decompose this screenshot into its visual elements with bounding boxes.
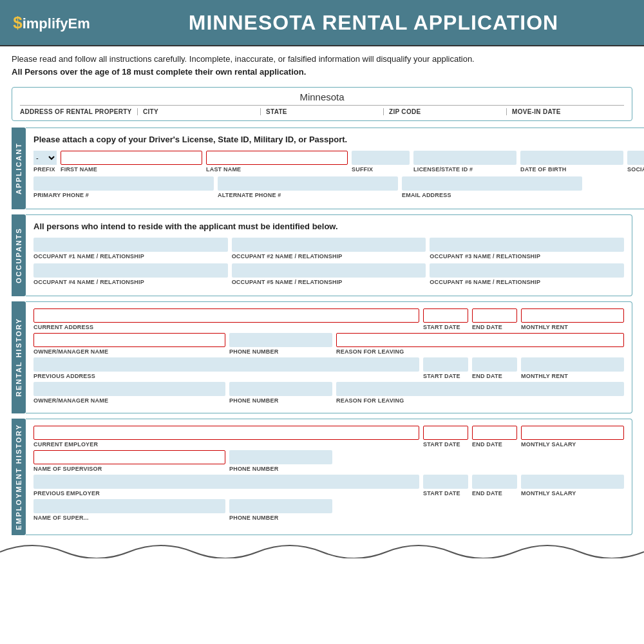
license-group: LICENSE/STATE ID # [413,151,516,173]
curr-reason-input[interactable] [336,333,624,347]
logo: $implifyEm [13,13,90,33]
rental-history-section: RENTAL HISTORY CURRENT ADDRESS START DAT… [12,301,632,413]
prev-emp-end-group: END DATE [472,475,517,497]
curr-rent-input[interactable] [521,308,624,323]
intro-text: Please read and follow all instructions … [0,46,644,82]
last-name-input[interactable] [206,151,348,165]
supervisor-group: NAME OF SUPERVISOR [33,450,225,472]
applicant-row2: PRIMARY PHONE # ALTERNATE PHONE # EMAIL … [33,176,644,198]
emp-start-input[interactable] [423,426,468,440]
license-input[interactable] [413,151,516,165]
prev-emp-end-label: END DATE [472,490,517,497]
occupants-section: OCCUPANTS All persons who intend to resi… [12,214,632,296]
property-fields-row: ADDRESS OF RENTAL PROPERTY CITY STATE ZI… [20,105,624,115]
prev-emp-phone-input[interactable] [229,499,332,513]
prev-phone-group: PHONE NUMBER [229,382,332,404]
curr-rent-group: MONTHLY RENT [521,308,624,330]
prev-emp-phone-group: PHONE NUMBER [229,499,332,521]
curr-start-input[interactable] [423,308,468,323]
prev-emp-end-input[interactable] [472,475,517,489]
prev-emp-input[interactable] [33,475,419,489]
prev-end-label: END DATE [472,373,517,379]
rh-row1: CURRENT ADDRESS START DATE END DATE MONT… [33,308,624,330]
applicant-section: APPLICANT Please attach a copy of your D… [12,128,632,209]
supervisor-input[interactable] [33,450,225,464]
emp-phone-input[interactable] [229,450,332,464]
eh-row1: CURRENT EMPLOYER START DATE END DATE MON… [33,426,624,448]
primary-phone-input[interactable] [33,176,214,191]
supervisor-label: NAME OF SUPERVISOR [33,466,225,472]
prev-emp-start-group: START DATE [423,475,468,497]
occ1-group: OCCUPANT #1 NAME / RELATIONSHIP [33,238,228,260]
emp-phone-label: PHONE NUMBER [229,466,332,472]
primary-phone-label: PRIMARY PHONE # [33,192,214,198]
occ5-input[interactable] [232,263,426,278]
prev-addr-input[interactable] [33,357,419,372]
rh-row2: OWNER/MANAGER NAME PHONE NUMBER REASON F… [33,333,624,355]
emp-start-group: START DATE [423,426,468,448]
rh-row4: OWNER/MANAGER NAME PHONE NUMBER REASON F… [33,382,624,404]
wavy-decoration [0,539,644,558]
curr-phone-input[interactable] [229,333,332,347]
curr-owner-input[interactable] [33,333,225,347]
wavy-svg [0,539,644,558]
occ5-label: OCCUPANT #5 NAME / RELATIONSHIP [232,279,426,285]
prev-salary-input[interactable] [521,475,624,489]
prev-phone-input[interactable] [229,382,332,396]
occupants-note: All persons who intend to reside with th… [33,222,624,231]
occupants-content: All persons who intend to reside with th… [26,214,632,296]
email-label: EMAIL ADDRESS [402,192,582,198]
occ6-label: OCCUPANT #6 NAME / RELATIONSHIP [430,279,624,285]
occ4-input[interactable] [33,263,228,278]
prev-super-label: NAME OF SUPER... [33,515,225,521]
prev-addr-label: PREVIOUS ADDRESS [33,373,419,379]
state-value: Minnesota [20,91,624,102]
eh-row3: PREVIOUS EMPLOYER START DATE END DATE MO… [33,475,624,497]
suffix-group: SUFFIX [352,151,410,173]
prev-owner-input[interactable] [33,382,225,396]
curr-end-input[interactable] [472,308,517,323]
prev-owner-label: OWNER/MANAGER NAME [33,397,225,404]
prev-reason-input[interactable] [336,382,624,396]
eh-row2: NAME OF SUPERVISOR PHONE NUMBER [33,450,624,472]
prev-start-group: START DATE [423,357,468,379]
occ4-label: OCCUPANT #4 NAME / RELATIONSHIP [33,279,228,285]
dob-input[interactable] [520,151,623,165]
occ6-input[interactable] [430,263,624,278]
prev-start-input[interactable] [423,357,468,372]
occ1-input[interactable] [33,238,228,252]
license-label: LICENSE/STATE ID # [413,166,516,173]
emp-salary-input[interactable] [521,426,624,440]
prefix-select[interactable]: - Mr. Ms. Mrs. Dr. [33,151,57,165]
curr-owner-label: OWNER/MANAGER NAME [33,348,225,355]
prev-end-group: END DATE [472,357,517,379]
occ2-input[interactable] [232,238,426,252]
intro-line1: Please read and follow all instructions … [12,54,475,64]
prev-reason-group: REASON FOR LEAVING [336,382,624,404]
occ3-group: OCCUPANT #3 NAME / RELATIONSHIP [430,238,624,260]
movein-label: MOVE-IN DATE [512,108,624,115]
page-header: $implifyEm MINNESOTA RENTAL APPLICATION [0,0,644,46]
prev-emp-start-input[interactable] [423,475,468,489]
emp-phone-group: PHONE NUMBER [229,450,332,472]
email-input[interactable] [402,176,582,191]
prev-end-input[interactable] [472,357,517,372]
primary-phone-group: PRIMARY PHONE # [33,176,214,198]
prev-super-input[interactable] [33,499,225,513]
occ3-input[interactable] [430,238,624,252]
suffix-input[interactable] [352,151,410,165]
ssn-group: SOCIAL SECURITY # [627,151,644,173]
emp-end-input[interactable] [472,426,517,440]
occ4-group: OCCUPANT #4 NAME / RELATIONSHIP [33,263,228,285]
emp-end-label: END DATE [472,441,517,448]
ssn-input[interactable] [627,151,644,165]
eh-row4: NAME OF SUPER... PHONE NUMBER [33,499,624,521]
prev-rent-input[interactable] [521,357,624,372]
first-name-input[interactable] [61,151,202,165]
applicant-content: Please attach a copy of your Driver's Li… [26,128,644,209]
occ6-group: OCCUPANT #6 NAME / RELATIONSHIP [430,263,624,285]
curr-owner-group: OWNER/MANAGER NAME [33,333,225,355]
alt-phone-input[interactable] [218,176,398,191]
curr-addr-input[interactable] [33,308,419,323]
curr-emp-input[interactable] [33,426,419,440]
